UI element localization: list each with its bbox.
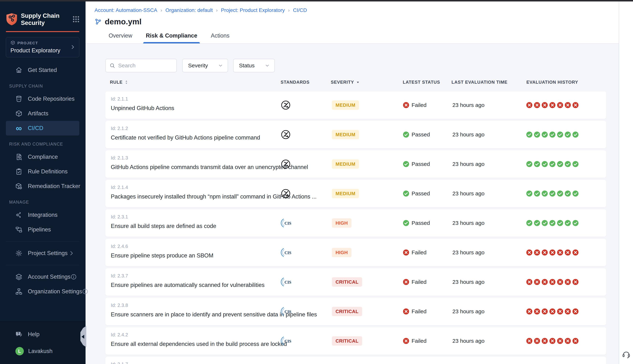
rule-id: Id: 2.3.7 xyxy=(111,273,264,279)
project-selector[interactable]: PROJECT Product Exploratory xyxy=(6,37,79,57)
table-row[interactable]: Id: 3.1.7CISCRITICALFailed23 hours ago xyxy=(105,357,606,364)
search-input[interactable] xyxy=(118,62,173,69)
table-row[interactable]: Id: 2.1.4Packages insecurely installed t… xyxy=(105,180,606,207)
history-fail-icon xyxy=(557,338,564,344)
rule-name: Ensure all build steps are defined as co… xyxy=(111,223,216,230)
sidebar-item-organization-settings[interactable]: Organization Settings xyxy=(6,284,79,299)
tab-bar: OverviewRisk & ComplianceActions xyxy=(86,32,619,44)
svg-text:CIS: CIS xyxy=(284,280,291,284)
history-pass-icon xyxy=(542,220,548,226)
svg-text:</>: </> xyxy=(18,98,20,100)
tab-actions[interactable]: Actions xyxy=(208,32,232,44)
severity-cell: MEDIUM xyxy=(332,189,359,198)
table-row[interactable]: Id: 2.3.8Ensure scanners are in place to… xyxy=(105,298,606,325)
evaluation-history xyxy=(526,249,580,256)
history-pass-icon xyxy=(549,131,556,138)
table-row[interactable]: Id: 2.3.7Ensure pipelines are automatica… xyxy=(105,268,606,296)
evaluation-history xyxy=(526,220,580,226)
sidebar-item-account-settings[interactable]: Account Settings xyxy=(6,270,79,284)
history-fail-icon xyxy=(534,102,540,108)
chevron-down-icon xyxy=(264,63,270,68)
breadcrumb-link[interactable]: Project: Product Exploratory xyxy=(221,7,285,13)
history-pass-icon xyxy=(534,190,540,197)
history-pass-icon xyxy=(534,161,540,167)
status-text: Failed xyxy=(412,308,426,314)
sidebar-item-cicd[interactable]: ∞CI/CD xyxy=(6,121,79,136)
sidebar-item-label: Remediation Tracker xyxy=(28,183,80,190)
severity-cell: MEDIUM xyxy=(332,100,359,110)
sidebar-item-get-started[interactable]: Get Started xyxy=(6,63,79,78)
table-row[interactable]: Id: 2.1.3GitHub Actions pipeline command… xyxy=(105,150,606,178)
breadcrumb-separator: › xyxy=(216,8,218,13)
history-fail-icon xyxy=(564,308,571,315)
sidebar-item-pipelines[interactable]: Pipelines xyxy=(6,222,79,237)
history-fail-icon xyxy=(572,249,579,256)
history-pass-icon xyxy=(564,131,571,138)
sidebar-item-rule-definitions[interactable]: Rule Definitions xyxy=(6,164,79,179)
severity-filter-select[interactable]: Severity xyxy=(182,59,228,72)
sidebar-item-code-repositories[interactable]: </>Code Repositories xyxy=(6,92,79,106)
history-pass-icon xyxy=(564,220,571,226)
evaluation-history xyxy=(526,338,580,344)
column-label: SEVERITY xyxy=(331,80,354,85)
sort-icon[interactable] xyxy=(124,80,129,84)
table-row[interactable]: Id: 2.1.2Certificate not verified by Git… xyxy=(105,121,606,148)
support-headset-icon[interactable] xyxy=(622,350,631,359)
latest-status-cell: Failed xyxy=(403,308,426,315)
help-chat-icon: ? xyxy=(15,330,23,338)
breadcrumb-link[interactable]: Organization: default xyxy=(166,7,213,13)
history-fail-icon xyxy=(534,338,540,344)
tab-risk-compliance[interactable]: Risk & Compliance xyxy=(143,32,200,44)
status-text: Failed xyxy=(412,102,426,108)
search-icon xyxy=(109,62,115,68)
breadcrumb-link[interactable]: CI/CD xyxy=(293,7,307,13)
severity-badge: MEDIUM xyxy=(332,130,359,139)
rule-cell: Id: 2.4.6Ensure pipeline steps produce a… xyxy=(111,244,214,259)
status-text: Failed xyxy=(412,338,426,344)
table-row[interactable]: Id: 2.4.2Ensure all external dependencie… xyxy=(105,327,606,355)
collapse-left-arrow-icon xyxy=(82,335,84,339)
history-pass-icon xyxy=(557,190,564,197)
right-gutter xyxy=(619,2,633,364)
sidebar-item-label: Code Repositories xyxy=(28,96,74,102)
status-passed-icon xyxy=(403,190,409,197)
status-filter-select[interactable]: Status xyxy=(233,59,275,72)
status-filter-label: Status xyxy=(239,62,254,69)
column-header-last-evaluation-time: LAST EVALUATION TIME xyxy=(452,80,508,85)
status-text: Failed xyxy=(412,250,426,256)
project-label: PROJECT xyxy=(18,41,38,45)
status-text: Passed xyxy=(412,161,430,167)
sidebar-item-artifacts[interactable]: Artifacts xyxy=(6,106,79,121)
table-row[interactable]: Id: 2.1.1Unpinned GitHub ActionsMEDIUMFa… xyxy=(105,91,606,119)
sidebar-item-compliance[interactable]: Compliance xyxy=(6,150,79,164)
app-logo-shield-icon xyxy=(6,13,18,26)
evaluation-history xyxy=(526,102,580,108)
last-evaluation-time: 23 hours ago xyxy=(452,220,484,226)
history-fail-icon xyxy=(542,102,548,108)
search-box xyxy=(105,59,177,72)
breadcrumb-link[interactable]: Account: Automation-SSCA xyxy=(94,7,157,13)
status-failed-icon xyxy=(403,102,409,108)
history-pass-icon xyxy=(534,220,540,226)
sidebar-item-integrations[interactable]: Integrations xyxy=(6,208,79,222)
history-fail-icon xyxy=(549,338,556,344)
sidebar-item-help[interactable]: ? Help xyxy=(6,327,79,342)
sidebar-item-remediation-tracker[interactable]: Remediation Tracker xyxy=(6,179,79,194)
table-row[interactable]: Id: 2.3.1Ensure all build steps are defi… xyxy=(105,209,606,237)
latest-status-cell: Failed xyxy=(403,249,426,256)
app-switcher-grid-icon[interactable] xyxy=(72,15,80,23)
repo-icon: </> xyxy=(15,95,23,103)
sidebar-item-project-settings[interactable]: Project Settings xyxy=(6,246,79,260)
help-label: Help xyxy=(28,331,40,338)
table-row[interactable]: Id: 2.4.6Ensure pipeline steps produce a… xyxy=(105,239,606,266)
last-evaluation-time: 23 hours ago xyxy=(452,161,484,167)
sort-desc-icon[interactable] xyxy=(356,80,360,84)
owasp-standard-icon xyxy=(280,158,292,170)
history-pass-icon xyxy=(542,161,548,167)
tab-overview[interactable]: Overview xyxy=(106,32,135,44)
rule-name: Certificate not verified by GitHub Actio… xyxy=(111,134,260,141)
history-fail-icon xyxy=(542,279,548,285)
sidebar-item-user[interactable]: L Lavakush xyxy=(6,344,79,358)
sidebar: Supply Chain Security PROJECT Product Ex… xyxy=(0,2,86,364)
rule-cell: Id: 2.1.2Certificate not verified by Git… xyxy=(111,126,260,141)
